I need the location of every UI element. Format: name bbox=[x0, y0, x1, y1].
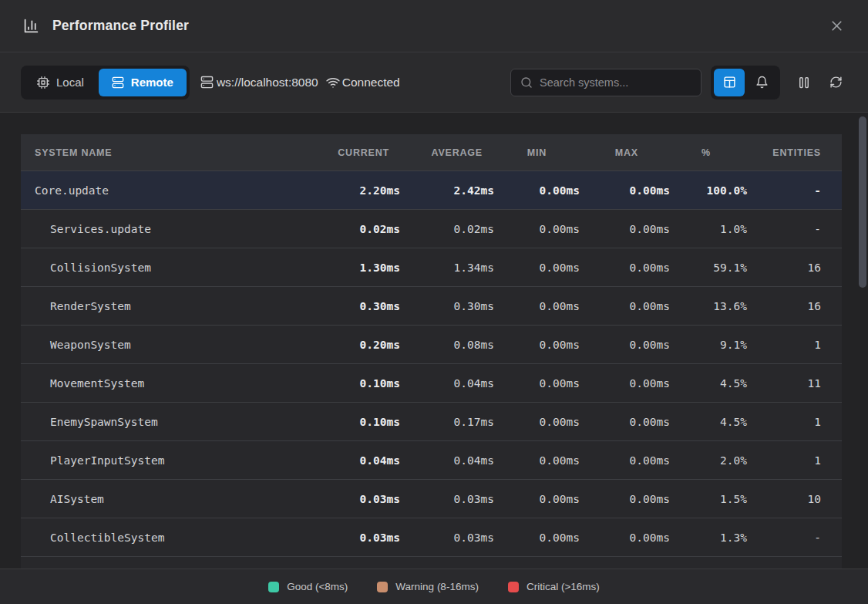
system-name-cell: CollectibleSystem bbox=[21, 531, 323, 544]
search-input[interactable] bbox=[540, 76, 691, 89]
percent-cell: 13.6% bbox=[670, 300, 747, 312]
max-cell: 0.00ms bbox=[580, 493, 670, 505]
percent-cell: 59.1% bbox=[670, 262, 747, 274]
connection-url: ws://localhost:8080 bbox=[200, 76, 318, 89]
column-header-average[interactable]: AVERAGE bbox=[400, 147, 494, 158]
column-header-entities[interactable]: ENTITIES bbox=[747, 147, 842, 158]
refresh-icon bbox=[829, 76, 843, 89]
max-cell: 0.00ms bbox=[580, 223, 670, 235]
current-cell: 0.30ms bbox=[323, 300, 400, 312]
main-content: SYSTEM NAME CURRENT AVERAGE MIN MAX % EN… bbox=[0, 113, 868, 569]
column-header-system-name[interactable]: SYSTEM NAME bbox=[21, 147, 323, 158]
average-cell: 0.30ms bbox=[400, 300, 494, 312]
table-body: Core.update 2.20ms 2.42ms 0.00ms 0.00ms … bbox=[21, 171, 842, 557]
column-header-percent[interactable]: % bbox=[670, 147, 747, 158]
connection-status: Connected bbox=[326, 76, 400, 89]
pause-icon bbox=[797, 76, 811, 89]
table-row[interactable]: CollisionSystem 1.30ms 1.34ms 0.00ms 0.0… bbox=[21, 248, 842, 287]
min-cell: 0.00ms bbox=[494, 531, 580, 544]
entities-cell: 1 bbox=[747, 454, 842, 467]
legend-label-good: Good (<8ms) bbox=[287, 581, 348, 592]
current-cell: 1.30ms bbox=[323, 262, 400, 274]
current-cell: 0.10ms bbox=[323, 416, 400, 428]
max-cell: 0.00ms bbox=[580, 377, 670, 390]
current-cell: 0.03ms bbox=[323, 531, 400, 544]
legend-footer: Good (<8ms) Warning (8-16ms) Critical (>… bbox=[0, 569, 868, 604]
max-cell: 0.00ms bbox=[580, 454, 670, 467]
table-row[interactable]: PlayerInputSystem 0.04ms 0.04ms 0.00ms 0… bbox=[21, 441, 842, 480]
warning-swatch-icon bbox=[377, 582, 388, 592]
remote-mode-button[interactable]: Remote bbox=[99, 69, 187, 96]
table-view-button[interactable] bbox=[714, 69, 745, 96]
table-row[interactable]: EnemySpawnSystem 0.10ms 0.17ms 0.00ms 0.… bbox=[21, 403, 842, 441]
current-cell: 0.02ms bbox=[323, 223, 400, 235]
table-row[interactable]: AISystem 0.03ms 0.03ms 0.00ms 0.00ms 1.5… bbox=[21, 480, 842, 518]
table-layout-icon bbox=[723, 76, 736, 89]
alerts-button[interactable] bbox=[746, 69, 777, 96]
average-cell: 0.04ms bbox=[400, 377, 494, 390]
table-row[interactable]: RenderSystem 0.30ms 0.30ms 0.00ms 0.00ms… bbox=[21, 287, 842, 326]
wifi-icon bbox=[326, 76, 340, 89]
average-cell: 2.42ms bbox=[400, 184, 494, 197]
min-cell: 0.00ms bbox=[494, 300, 580, 312]
table-row[interactable]: CollectibleSystem 0.03ms 0.03ms 0.00ms 0… bbox=[21, 518, 842, 557]
server-icon bbox=[200, 76, 214, 89]
column-header-min[interactable]: MIN bbox=[494, 147, 580, 158]
entities-cell: 16 bbox=[747, 300, 842, 312]
average-cell: 0.02ms bbox=[400, 223, 494, 235]
systems-table: SYSTEM NAME CURRENT AVERAGE MIN MAX % EN… bbox=[21, 134, 842, 557]
server-icon bbox=[112, 76, 124, 89]
entities-cell: - bbox=[747, 223, 842, 235]
local-mode-label: Local bbox=[56, 76, 84, 89]
percent-cell: 1.5% bbox=[670, 493, 747, 505]
entities-cell: - bbox=[747, 184, 842, 197]
view-toggle-group bbox=[711, 66, 780, 100]
connection-url-text: ws://localhost:8080 bbox=[217, 76, 318, 89]
max-cell: 0.00ms bbox=[580, 184, 670, 197]
bar-chart-icon bbox=[23, 18, 39, 34]
max-cell: 0.00ms bbox=[580, 339, 670, 351]
system-name-cell: WeaponSystem bbox=[21, 339, 323, 351]
table-row[interactable]: Services.update 0.02ms 0.02ms 0.00ms 0.0… bbox=[21, 210, 842, 248]
column-header-max[interactable]: MAX bbox=[580, 147, 670, 158]
min-cell: 0.00ms bbox=[494, 377, 580, 390]
percent-cell: 9.1% bbox=[670, 339, 747, 351]
refresh-button[interactable] bbox=[825, 71, 847, 93]
percent-cell: 4.5% bbox=[670, 416, 747, 428]
table-row[interactable]: Core.update 2.20ms 2.42ms 0.00ms 0.00ms … bbox=[21, 171, 842, 210]
local-mode-button[interactable]: Local bbox=[24, 69, 97, 96]
close-button[interactable] bbox=[826, 15, 848, 37]
vertical-scrollbar-thumb[interactable] bbox=[859, 116, 866, 288]
average-cell: 0.03ms bbox=[400, 531, 494, 544]
max-cell: 0.00ms bbox=[580, 300, 670, 312]
max-cell: 0.00ms bbox=[580, 531, 670, 544]
current-cell: 0.20ms bbox=[323, 339, 400, 351]
average-cell: 0.04ms bbox=[400, 454, 494, 467]
legend-item-critical: Critical (>16ms) bbox=[508, 581, 600, 592]
entities-cell: 16 bbox=[747, 262, 842, 274]
legend-label-warning: Warning (8-16ms) bbox=[395, 581, 479, 592]
table-row[interactable]: MovementSystem 0.10ms 0.04ms 0.00ms 0.00… bbox=[21, 364, 842, 403]
bell-icon bbox=[755, 76, 769, 89]
entities-cell: - bbox=[747, 531, 842, 544]
system-name-cell: RenderSystem bbox=[21, 300, 323, 312]
min-cell: 0.00ms bbox=[494, 262, 580, 274]
table-row[interactable]: WeaponSystem 0.20ms 0.08ms 0.00ms 0.00ms… bbox=[21, 326, 842, 364]
toolbar: Local Remote ws://localhost:8080 Connect… bbox=[0, 52, 868, 113]
entities-cell: 10 bbox=[747, 493, 842, 505]
percent-cell: 1.0% bbox=[670, 223, 747, 235]
min-cell: 0.00ms bbox=[494, 454, 580, 467]
min-cell: 0.00ms bbox=[494, 416, 580, 428]
remote-mode-label: Remote bbox=[131, 76, 173, 89]
pause-button[interactable] bbox=[792, 71, 816, 94]
system-name-cell: EnemySpawnSystem bbox=[21, 416, 323, 428]
system-name-cell: CollisionSystem bbox=[21, 262, 323, 274]
current-cell: 0.03ms bbox=[323, 493, 400, 505]
mode-toggle: Local Remote bbox=[21, 66, 190, 100]
percent-cell: 100.0% bbox=[670, 184, 747, 197]
column-header-current[interactable]: CURRENT bbox=[323, 147, 400, 158]
legend-label-critical: Critical (>16ms) bbox=[527, 581, 600, 592]
clipped-table-row bbox=[21, 557, 842, 569]
max-cell: 0.00ms bbox=[580, 262, 670, 274]
table-header-row: SYSTEM NAME CURRENT AVERAGE MIN MAX % EN… bbox=[21, 134, 842, 171]
